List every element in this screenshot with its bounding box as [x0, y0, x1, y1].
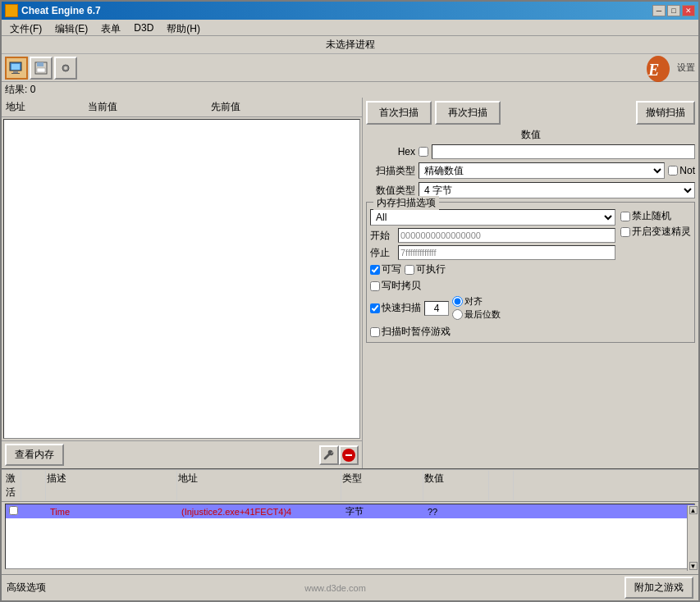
stop-button[interactable]: [339, 445, 359, 465]
close-button[interactable]: ✕: [682, 5, 695, 16]
align-radio-label: 对齐: [452, 295, 501, 308]
scroll-down-btn[interactable]: ▼: [689, 562, 698, 570]
address-table-header: 地址 当前值 先前值: [2, 98, 362, 117]
window-controls: ─ □ ✕: [652, 5, 695, 16]
settings-icon: [58, 61, 73, 75]
start-row: 开始: [370, 228, 615, 243]
value-input[interactable]: [432, 144, 695, 159]
col-address: 地址: [5, 99, 87, 115]
minimize-button[interactable]: ─: [652, 5, 666, 16]
title-bar: Cheat Engine 6.7 ─ □ ✕: [2, 2, 698, 20]
executable-label: 可执行: [405, 262, 446, 276]
last-digit-radio[interactable]: [452, 309, 463, 320]
cheat-address: (Injustice2.exe+41FECT4)4: [181, 507, 345, 517]
writable-text: 可写: [382, 262, 401, 276]
not-checkbox[interactable]: [668, 166, 678, 176]
first-scan-button[interactable]: 首次扫描: [366, 101, 432, 125]
open-process-button[interactable]: [5, 57, 28, 80]
add-address-button[interactable]: 附加之游戏: [625, 577, 693, 599]
right-panel: 首次扫描 再次扫描 撤销扫描 数值 Hex 扫描类型: [363, 98, 698, 468]
scan-type-label: 扫描类型: [366, 164, 415, 178]
cancel-scan-button[interactable]: 撤销扫描: [636, 101, 695, 125]
speedhack-label: 开启变速精灵: [620, 225, 691, 239]
not-text: Not: [679, 165, 695, 176]
wrench-button[interactable]: [319, 445, 339, 465]
copy-on-write-text: 写时拷贝: [382, 279, 421, 293]
pause-game-checkbox[interactable]: [370, 327, 380, 337]
mem-all-dropdown[interactable]: All: [370, 209, 615, 226]
save-button[interactable]: [30, 57, 53, 80]
fast-scan-checkbox[interactable]: [370, 303, 380, 313]
table-row[interactable]: Time (Injustice2.exe+41FECT4)4 字节 ??: [6, 504, 694, 518]
align-radio[interactable]: [452, 296, 463, 307]
stop-input[interactable]: [398, 245, 615, 260]
menu-edit[interactable]: 编辑(E): [50, 21, 93, 34]
scroll-area: ▲ ▼: [2, 571, 698, 574]
hex-checkbox[interactable]: [419, 147, 428, 157]
svg-point-8: [64, 66, 67, 70]
hex-row: Hex: [366, 144, 695, 159]
process-name: 未选择进程: [326, 39, 375, 50]
view-memory-button[interactable]: 查看内存: [5, 444, 64, 466]
no-random-checkbox[interactable]: [620, 212, 630, 221]
address-table-body[interactable]: [3, 119, 360, 439]
no-random-text: 禁止随机: [632, 209, 671, 223]
app-icon: [5, 4, 18, 17]
cheat-active-checkbox[interactable]: [9, 506, 18, 515]
maximize-button[interactable]: □: [667, 5, 680, 16]
svg-rect-1: [11, 64, 20, 70]
not-label: Not: [668, 165, 695, 176]
cheat-table-body[interactable]: Time (Injustice2.exe+41FECT4)4 字节 ??: [5, 504, 695, 569]
mem-scan-content: All 开始 停止: [370, 209, 691, 339]
speedhack-checkbox[interactable]: [620, 227, 630, 237]
cheat-table-section: 激活 描述 地址 类型 数值 Time (Injustice2.exe+41FE…: [2, 468, 698, 574]
menu-d3d[interactable]: D3D: [129, 21, 158, 34]
cheat-name: Time: [50, 507, 181, 517]
cheat-table-header: 激活 描述 地址 类型 数值: [2, 470, 698, 502]
writable-checkbox[interactable]: [370, 265, 380, 275]
svg-rect-3: [11, 73, 20, 74]
stop-icon: [342, 449, 355, 462]
settings-button[interactable]: [54, 57, 77, 80]
settings-label: 设置: [677, 62, 695, 74]
vertical-scrollbar[interactable]: ▲ ▼: [687, 505, 698, 571]
scroll-up-btn[interactable]: ▲: [689, 506, 698, 514]
no-random-label: 禁止随机: [620, 209, 691, 223]
cheat-col-locked: [21, 471, 46, 500]
logo-icon: E: [640, 52, 671, 84]
side-checkboxes: 禁止随机 开启变速精灵: [620, 209, 691, 239]
align-text: 对齐: [464, 295, 483, 308]
copy-on-write-label: 写时拷贝: [370, 279, 421, 293]
scan-type-row: 扫描类型 精确数值 Not: [366, 162, 695, 179]
main-window: Cheat Engine 6.7 ─ □ ✕ 文件(F) 编辑(E) 表单 D3…: [0, 0, 700, 602]
process-bar[interactable]: 未选择进程: [2, 36, 698, 54]
main-content: 地址 当前值 先前值 查看内存: [2, 98, 698, 468]
last-digit-text: 最后位数: [464, 308, 501, 321]
toolbar: E 设置: [2, 54, 698, 82]
ce-logo: E: [639, 52, 672, 84]
fast-scan-text: 快速扫描: [382, 301, 421, 315]
menu-table[interactable]: 表单: [96, 21, 126, 34]
cheat-col-addr: 地址: [177, 471, 341, 500]
results-label: 结果: 0: [2, 82, 698, 98]
left-panel: 地址 当前值 先前值 查看内存: [2, 98, 363, 468]
cheat-col-type: 类型: [341, 471, 423, 500]
menu-file[interactable]: 文件(F): [5, 21, 47, 34]
executable-checkbox[interactable]: [405, 265, 414, 275]
wrench-icon: [323, 449, 335, 461]
value-type-dropdown[interactable]: 4 字节: [419, 182, 695, 198]
advanced-options-label: 高级选项: [7, 581, 46, 595]
fast-scan-input[interactable]: [424, 301, 449, 316]
scan-type-dropdown[interactable]: 精确数值: [419, 162, 665, 179]
cheat-value: ??: [428, 507, 493, 517]
stop-row: 停止: [370, 245, 615, 260]
menu-bar: 文件(F) 编辑(E) 表单 D3D 帮助(H): [2, 20, 698, 36]
cheat-col-value: 数值: [423, 471, 489, 500]
start-input[interactable]: [398, 228, 615, 243]
copy-on-write-checkbox[interactable]: [370, 281, 380, 291]
menu-help[interactable]: 帮助(H): [162, 21, 205, 34]
hex-label: Hex: [366, 146, 415, 157]
next-scan-button[interactable]: 再次扫描: [435, 101, 501, 125]
svg-rect-6: [37, 68, 45, 72]
cheat-col-desc: 描述: [46, 471, 177, 500]
